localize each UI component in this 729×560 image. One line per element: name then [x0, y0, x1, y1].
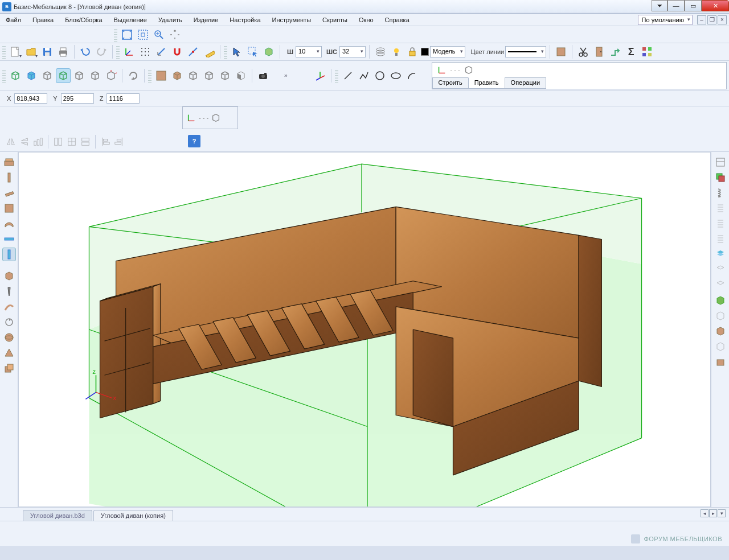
- thread2-button[interactable]: [714, 217, 727, 230]
- tab-edit[interactable]: Править: [468, 77, 505, 88]
- maximize-button[interactable]: ▭: [685, 0, 702, 11]
- curve-button[interactable]: [2, 300, 16, 314]
- box-wire3-button[interactable]: [218, 68, 232, 83]
- sphere-button[interactable]: [2, 331, 16, 344]
- tab-next-button[interactable]: ▸: [709, 509, 717, 517]
- viewport-3d[interactable]: z x: [18, 152, 711, 507]
- mode-dropdown[interactable]: По умолчанию: [638, 15, 693, 25]
- sheet3-button[interactable]: [714, 278, 727, 292]
- measure-button[interactable]: [202, 44, 216, 59]
- select-button[interactable]: [230, 44, 244, 59]
- align-r-button[interactable]: [113, 135, 125, 148]
- axis-button[interactable]: [122, 44, 137, 59]
- pkg-button[interactable]: [714, 324, 727, 338]
- model-combo[interactable]: Модель: [430, 46, 465, 57]
- polyline-tool-button[interactable]: [357, 68, 371, 83]
- print-button[interactable]: [56, 44, 71, 59]
- zoom-in-button[interactable]: [151, 27, 166, 42]
- angle-snap-button[interactable]: [186, 44, 200, 59]
- material-button[interactable]: [554, 44, 568, 59]
- lock-button[interactable]: [405, 44, 420, 59]
- axis3d-button[interactable]: [313, 68, 327, 83]
- thread1-button[interactable]: [714, 201, 727, 215]
- view-right-button[interactable]: [40, 68, 55, 83]
- camera-button[interactable]: [256, 68, 271, 83]
- width-combo[interactable]: 10: [296, 46, 322, 57]
- grid1-button[interactable]: [52, 135, 64, 148]
- rotate-button[interactable]: [2, 315, 16, 329]
- layers-panel-button[interactable]: [714, 171, 727, 184]
- doc-tab-2[interactable]: Угловой диван (копия): [93, 510, 173, 521]
- select3d-button[interactable]: [261, 44, 276, 59]
- sum-button[interactable]: Σ: [624, 44, 638, 59]
- grid-button[interactable]: [138, 44, 153, 59]
- array-button[interactable]: [32, 135, 44, 148]
- edge-button[interactable]: [2, 217, 16, 230]
- pan-button[interactable]: [167, 27, 182, 42]
- menu-selection[interactable]: Выделение: [108, 15, 153, 25]
- select-box-button[interactable]: [245, 44, 260, 59]
- undo-button[interactable]: [78, 44, 93, 59]
- bar-button[interactable]: [2, 171, 16, 184]
- menu-tools[interactable]: Инструменты: [267, 15, 317, 25]
- combined-button[interactable]: [2, 361, 16, 375]
- menu-file[interactable]: Файл: [0, 15, 27, 25]
- layout-button[interactable]: [714, 155, 727, 169]
- extrude-button[interactable]: [608, 44, 622, 59]
- color-swatch[interactable]: [421, 48, 429, 56]
- menu-product[interactable]: Изделие: [188, 15, 224, 25]
- circle-tool-button[interactable]: [372, 68, 387, 83]
- minimize-button[interactable]: —: [667, 0, 685, 11]
- view-front-button[interactable]: [8, 68, 23, 83]
- dup-button[interactable]: [714, 294, 727, 307]
- view-bottom-button[interactable]: [72, 68, 87, 83]
- tab-build[interactable]: Строить: [432, 77, 469, 88]
- mirror-v-button[interactable]: [18, 135, 31, 148]
- plate-button[interactable]: [2, 201, 16, 215]
- view-persp-button[interactable]: [104, 68, 118, 83]
- arc-tool-button[interactable]: [404, 68, 419, 83]
- box-button[interactable]: [2, 269, 16, 283]
- mdi-restore-button[interactable]: ❐: [707, 15, 716, 24]
- profile-button[interactable]: [2, 186, 16, 200]
- menu-window[interactable]: Окно: [353, 15, 379, 25]
- close-button[interactable]: ✕: [702, 0, 729, 11]
- mdi-close-button[interactable]: ×: [718, 15, 727, 24]
- menu-edit[interactable]: Правка: [27, 15, 59, 25]
- door-button[interactable]: [592, 44, 607, 59]
- menu-delete[interactable]: Удалить: [153, 15, 188, 25]
- menu-block[interactable]: Блок/Сборка: [59, 15, 108, 25]
- tab-ops[interactable]: Операции: [505, 77, 546, 88]
- tab-menu-button[interactable]: ▾: [718, 509, 726, 517]
- vertical-button[interactable]: [2, 248, 16, 261]
- line-tool-button[interactable]: [341, 68, 355, 83]
- y-input[interactable]: [61, 93, 94, 104]
- arrange-button[interactable]: [640, 44, 654, 59]
- snap-button[interactable]: [170, 44, 185, 59]
- screw-button[interactable]: [2, 285, 16, 298]
- menu-help[interactable]: Справка: [379, 15, 415, 25]
- box-wire2-button[interactable]: [202, 68, 216, 83]
- panel-button[interactable]: [2, 155, 16, 169]
- ellipse-tool-button[interactable]: [388, 68, 403, 83]
- light-button[interactable]: [389, 44, 404, 59]
- align-l-button[interactable]: [99, 135, 112, 148]
- view-top-button[interactable]: [56, 68, 71, 83]
- view-left-button[interactable]: [24, 68, 39, 83]
- grid2-button[interactable]: [65, 135, 78, 148]
- zoom-window-button[interactable]: [136, 27, 150, 42]
- doc-tab-1[interactable]: Угловой диван.b3d: [23, 510, 92, 521]
- pkg3-button[interactable]: [714, 355, 727, 369]
- layers-button[interactable]: [373, 44, 388, 59]
- mdi-minimize-button[interactable]: –: [697, 15, 706, 24]
- thread3-button[interactable]: [714, 232, 727, 246]
- grid3-button[interactable]: [79, 135, 92, 148]
- fit-view-button[interactable]: [120, 27, 134, 42]
- view-iso-button[interactable]: [88, 68, 103, 83]
- dropdown-button[interactable]: ⏷: [652, 0, 667, 11]
- x-input[interactable]: [14, 93, 47, 104]
- menu-settings[interactable]: Настройка: [224, 15, 266, 25]
- new-button[interactable]: [8, 44, 23, 59]
- z-input[interactable]: [107, 93, 140, 104]
- pkg2-button[interactable]: [714, 340, 727, 353]
